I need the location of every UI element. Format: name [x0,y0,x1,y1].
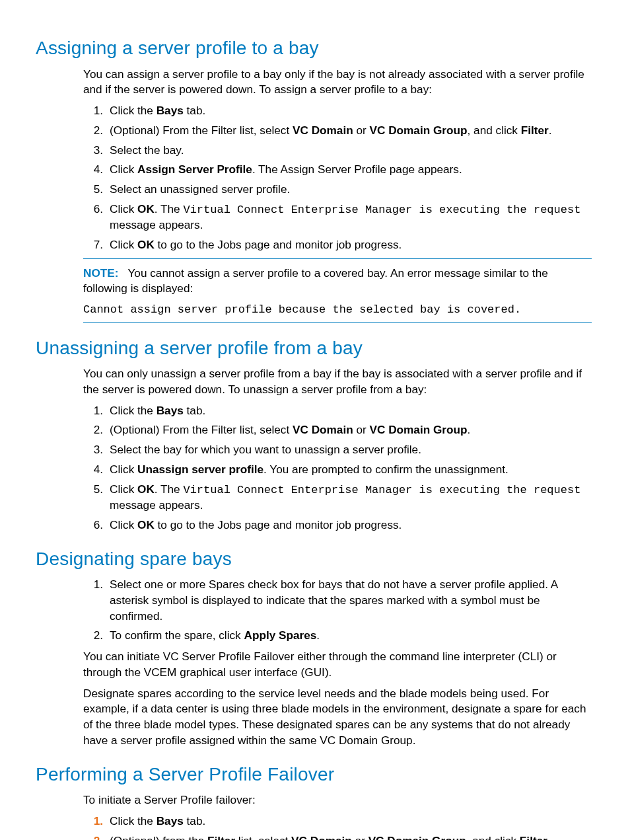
paragraph: Designate spares according to the servic… [83,686,592,749]
intro-paragraph: To initiate a Server Profile failover: [83,792,592,808]
code-block: Cannot assign server profile because the… [83,302,592,317]
heading-unassigning: Unassigning a server profile from a bay [36,336,594,362]
steps-list: Click the Bays tab. (Optional) From the … [83,103,592,253]
intro-paragraph: You can assign a server profile to a bay… [83,67,592,98]
section-assigning: You can assign a server profile to a bay… [83,67,592,323]
step-item: Click the Bays tab. [108,814,592,829]
heading-failover: Performing a Server Profile Failover [36,762,594,788]
step-item: Click OK. The Virtual Connect Enterprise… [108,482,592,514]
steps-list: Click the Bays tab. (Optional) From the … [83,403,592,533]
note-text: NOTE: You cannot assign a server profile… [83,266,592,297]
step-item: (Optional) From the Filter list, select … [108,123,592,139]
step-item: Click OK to go to the Jobs page and moni… [108,517,592,533]
inline-code: Virtual Connect Enterprise Manager is ex… [183,484,580,496]
intro-paragraph: You can only unassign a server profile f… [83,366,592,397]
step-item: Select one or more Spares check box for … [108,577,592,624]
note-block: NOTE: You cannot assign a server profile… [83,258,592,323]
step-item: Select the bay. [108,143,592,159]
step-item: Click Unassign server profile. You are p… [108,462,592,478]
section-failover: To initiate a Server Profile failover: C… [83,792,592,840]
note-label: NOTE: [83,266,118,280]
steps-list: Select one or more Spares check box for … [83,577,592,644]
step-item: Click the Bays tab. [108,403,592,419]
step-item: Click the Bays tab. [108,103,592,119]
section-designating: Select one or more Spares check box for … [83,577,592,748]
section-unassigning: You can only unassign a server profile f… [83,366,592,533]
step-item: Click Assign Server Profile. The Assign … [108,162,592,178]
steps-list: Click the Bays tab. (Optional) from the … [83,814,592,840]
heading-assigning: Assigning a server profile to a bay [36,36,594,61]
step-item: To confirm the spare, click Apply Spares… [108,628,592,644]
paragraph: You can initiate VC Server Profile Failo… [83,649,592,680]
heading-designating: Designating spare bays [36,547,594,572]
document-page: Assigning a server profile to a bay You … [0,0,630,840]
step-item: Select the bay for which you want to una… [108,442,592,458]
step-item: (Optional) From the Filter list, select … [108,422,592,438]
step-item: (Optional) from the Filter list, select … [108,833,592,840]
step-item: Click OK. The Virtual Connect Enterprise… [108,202,592,233]
step-item: Click OK to go to the Jobs page and moni… [108,237,592,253]
step-item: Select an unassigned server profile. [108,182,592,198]
inline-code: Virtual Connect Enterprise Manager is ex… [183,204,580,216]
